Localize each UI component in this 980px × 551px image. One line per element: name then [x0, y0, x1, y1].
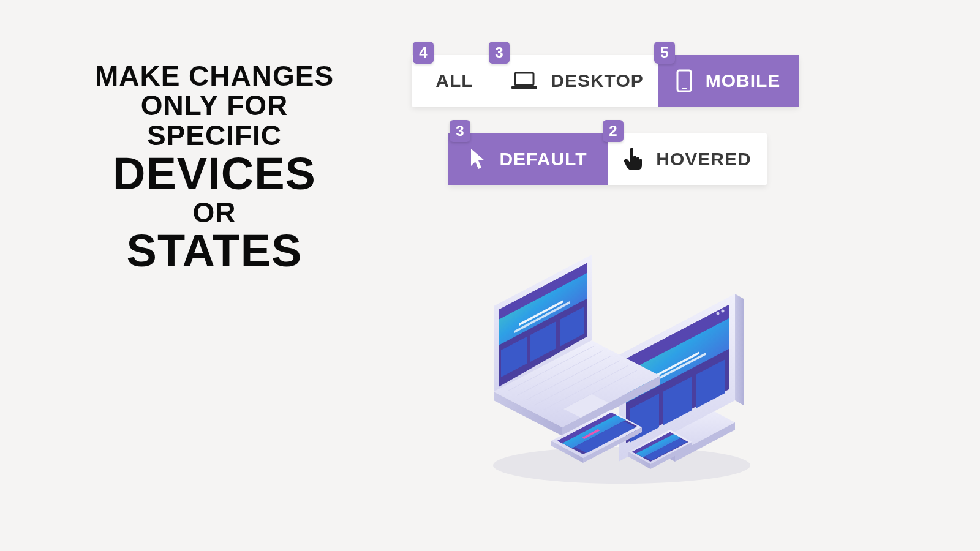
svg-rect-3: [682, 88, 687, 89]
headline-line-1: MAKE CHANGES: [61, 61, 368, 91]
tab-all-label: ALL: [435, 70, 473, 91]
mobile-icon: [676, 69, 692, 92]
tab-desktop[interactable]: DESKTOP: [497, 55, 658, 107]
tab-desktop-label: DESKTOP: [551, 70, 643, 91]
tab-hovered[interactable]: HOVERED: [608, 133, 767, 185]
pointer-hand-icon: [623, 147, 643, 171]
headline-line-3: SPECIFIC: [61, 121, 368, 150]
headline-line-2: ONLY FOR: [61, 91, 368, 120]
badge-desktop: 3: [489, 42, 510, 64]
cursor-icon: [469, 148, 486, 171]
laptop-icon: [511, 72, 537, 90]
svg-point-6: [722, 310, 725, 313]
svg-rect-1: [511, 86, 537, 89]
headline: MAKE CHANGES ONLY FOR SPECIFIC DEVICES O…: [61, 61, 368, 275]
svg-rect-4: [630, 149, 633, 153]
badge-all: 4: [413, 42, 434, 64]
tab-hovered-label: HOVERED: [656, 149, 751, 170]
devices-illustration: [472, 233, 772, 490]
badge-mobile: 5: [654, 42, 675, 64]
tab-mobile[interactable]: MOBILE: [658, 55, 799, 107]
svg-point-7: [717, 312, 720, 315]
headline-line-6: STATES: [61, 227, 368, 275]
badge-default: 3: [450, 120, 470, 142]
tab-default-label: DEFAULT: [499, 149, 587, 170]
tab-mobile-label: MOBILE: [706, 70, 781, 91]
svg-rect-0: [515, 73, 533, 85]
headline-line-5: OR: [61, 198, 368, 227]
headline-line-4: DEVICES: [61, 150, 368, 198]
badge-hovered: 2: [603, 120, 624, 142]
tab-default[interactable]: DEFAULT: [448, 133, 608, 185]
device-selector-bar: ALL DESKTOP MOBILE: [412, 55, 799, 107]
